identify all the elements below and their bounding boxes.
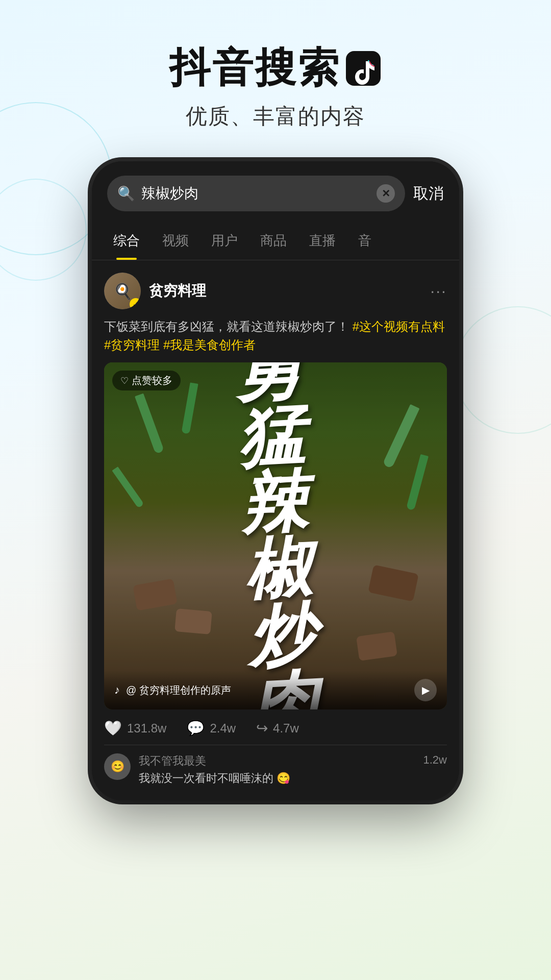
heart-icon: 🤍 [104,720,122,737]
stats-row: 🤍 131.8w 💬 2.4w ↪ 4.7w [104,709,447,745]
search-clear-button[interactable]: ✕ [377,184,395,203]
tab-video[interactable]: 视频 [151,222,200,260]
search-bar-container: 🔍 辣椒炒肉 ✕ 取消 [92,161,459,222]
phone-body: 🔍 辣椒炒肉 ✕ 取消 综合 视频 用户 商品 直播 音 [92,161,459,800]
comment-content: 我不管我最美 我就没一次看时不咽唾沫的 😋 [139,753,415,786]
verified-badge: ✓ [130,298,141,309]
likes-stat[interactable]: 🤍 131.8w [104,720,166,737]
comment-row: 😊 我不管我最美 我就没一次看时不咽唾沫的 😋 1.2w [104,753,447,786]
app-title-text: 抖音搜索 [169,41,341,96]
search-tabs: 综合 视频 用户 商品 直播 音 [92,222,459,260]
comment-preview: 😊 我不管我最美 我就没一次看时不咽唾沫的 😋 1.2w [104,745,447,800]
tiktok-small-icon: ♪ [114,683,120,697]
tab-live[interactable]: 直播 [298,222,347,260]
video-title-overlay: 勇猛辣椒炒肉 [104,362,447,709]
tiktok-logo-icon [345,50,382,87]
search-input[interactable]: 辣椒炒肉 [141,184,370,203]
comment-author: 我不管我最美 [139,753,415,769]
post-text-main: 下饭菜到底有多凶猛，就看这道辣椒炒肉了！ [104,320,349,333]
share-icon: ↪ [256,720,268,737]
search-bar[interactable]: 🔍 辣椒炒肉 ✕ [107,176,405,211]
phone-mockup: 🔍 辣椒炒肉 ✕ 取消 综合 视频 用户 商品 直播 音 [0,161,551,800]
tab-user[interactable]: 用户 [200,222,249,260]
video-tag: 点赞较多 [112,371,181,390]
shares-count: 4.7w [273,721,299,736]
post-text: 下饭菜到底有多凶猛，就看这道辣椒炒肉了！ #这个视频有点料 #贫穷料理 #我是美… [104,317,447,354]
more-options-button[interactable]: ··· [430,282,447,301]
play-button[interactable]: ▶ [414,679,437,701]
username[interactable]: 贫穷料理 [149,281,206,301]
search-icon: 🔍 [117,185,135,202]
app-title: 抖音搜索 [0,41,551,96]
shares-stat[interactable]: ↪ 4.7w [256,720,299,737]
audio-credit: @ 贫穷料理创作的原声 [126,683,408,697]
food-background: 勇猛辣椒炒肉 [104,362,447,709]
comment-text: 我就没一次看时不咽唾沫的 😋 [139,771,415,786]
comment-icon: 💬 [187,720,205,737]
user-info: 🍳 ✓ 贫穷料理 [104,273,206,309]
comments-stat[interactable]: 💬 2.4w [187,720,236,737]
tab-comprehensive[interactable]: 综合 [102,222,151,260]
header-subtitle: 优质、丰富的内容 [0,102,551,131]
search-content: 🍳 ✓ 贫穷料理 ··· 下饭菜到底有多凶猛，就看这道辣椒炒肉了！ #这个视频有… [92,260,459,800]
header-section: 抖音搜索 优质、丰富的内容 [0,0,551,151]
tab-audio[interactable]: 音 [347,222,383,260]
tab-product[interactable]: 商品 [249,222,298,260]
avatar: 🍳 ✓ [104,273,141,309]
comment-count: 1.2w [423,753,447,767]
video-thumbnail[interactable]: 勇猛辣椒炒肉 点赞较多 ♪ @ 贫穷料理创作的原声 ▶ [104,362,447,709]
comments-count: 2.4w [210,721,236,736]
video-tag-text: 点赞较多 [132,374,172,387]
video-bottom-bar: ♪ @ 贫穷料理创作的原声 ▶ [104,671,447,709]
video-title-chinese: 勇猛辣椒炒肉 [233,362,319,709]
likes-count: 131.8w [127,721,166,736]
search-cancel-button[interactable]: 取消 [413,183,444,204]
comment-avatar: 😊 [104,753,131,780]
post-user-row: 🍳 ✓ 贫穷料理 ··· [104,273,447,309]
